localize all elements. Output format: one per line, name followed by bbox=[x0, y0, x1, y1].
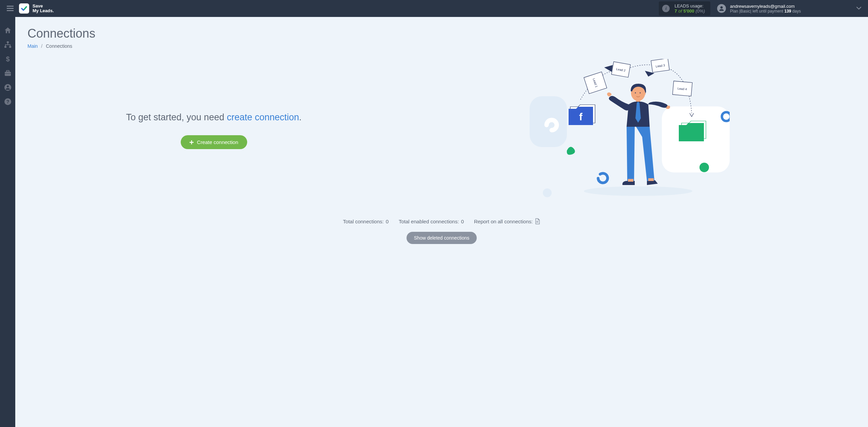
stats-row: Total connections: 0 Total enabled conne… bbox=[27, 218, 856, 224]
sidebar-item-account[interactable] bbox=[4, 83, 12, 92]
breadcrumb: Main / Connections bbox=[27, 43, 856, 49]
stat-report: Report on all connections: bbox=[474, 218, 540, 224]
svg-text:$: $ bbox=[6, 55, 9, 63]
svg-point-27 bbox=[635, 93, 636, 94]
breadcrumb-current: Connections bbox=[46, 43, 72, 49]
usage-percent: (0%) bbox=[696, 8, 705, 14]
sidebar-item-connections[interactable] bbox=[4, 41, 12, 49]
hamburger-icon bbox=[7, 6, 14, 11]
breadcrumb-main-link[interactable]: Main bbox=[27, 43, 38, 49]
logo-mark bbox=[19, 3, 29, 14]
main-content: Connections Main / Connections To get st… bbox=[15, 17, 868, 427]
briefcase-icon bbox=[4, 69, 12, 77]
header: Save My Leads. i LEADS usage: 7 of 5'000… bbox=[0, 0, 868, 17]
svg-point-28 bbox=[640, 93, 641, 94]
svg-point-24 bbox=[699, 163, 709, 172]
svg-rect-8 bbox=[5, 72, 11, 76]
info-icon: i bbox=[662, 5, 670, 12]
cta-column: To get started, you need create connecti… bbox=[27, 111, 400, 149]
chevron-down-icon bbox=[856, 7, 861, 10]
svg-rect-2 bbox=[7, 10, 14, 11]
cta-text: To get started, you need create connecti… bbox=[41, 111, 387, 124]
svg-rect-0 bbox=[7, 6, 14, 7]
svg-rect-5 bbox=[4, 46, 6, 48]
app-root: Save My Leads. i LEADS usage: 7 of 5'000… bbox=[0, 0, 868, 427]
usage-total: 5'000 bbox=[684, 8, 694, 14]
account-plan: Plan |Basic| left until payment 139 days bbox=[730, 9, 801, 14]
logo[interactable]: Save My Leads. bbox=[19, 3, 54, 14]
svg-rect-4 bbox=[7, 41, 9, 43]
sidebar-item-billing[interactable]: $ bbox=[4, 55, 12, 63]
svg-text:?: ? bbox=[6, 99, 9, 104]
document-icon[interactable] bbox=[535, 218, 540, 224]
svg-point-3 bbox=[720, 6, 723, 9]
svg-rect-31 bbox=[648, 178, 654, 181]
svg-point-18 bbox=[584, 186, 692, 196]
logo-text: Save My Leads. bbox=[33, 4, 54, 14]
breadcrumb-separator: / bbox=[41, 43, 42, 49]
usage-values: 7 of 5'000 (0%) bbox=[674, 8, 705, 14]
header-dropdown-button[interactable] bbox=[855, 4, 863, 13]
stat-total-connections: Total connections: 0 bbox=[343, 219, 389, 224]
usage-used: 7 bbox=[674, 8, 677, 14]
sidebar-item-help[interactable]: ? bbox=[4, 98, 12, 106]
avatar bbox=[717, 4, 726, 13]
checkmark-icon bbox=[20, 5, 28, 12]
sidebar: $ ? bbox=[0, 17, 15, 427]
leads-usage-box: i LEADS usage: 7 of 5'000 (0%) bbox=[659, 1, 710, 16]
user-icon bbox=[718, 5, 725, 12]
show-deleted-button[interactable]: Show deleted connections bbox=[407, 232, 477, 244]
svg-rect-9 bbox=[6, 70, 9, 72]
svg-point-26 bbox=[643, 92, 646, 95]
svg-point-17 bbox=[543, 188, 552, 197]
account-menu[interactable]: andrewsavemyleads@gmail.com Plan |Basic|… bbox=[717, 4, 801, 14]
actions-row: Show deleted connections bbox=[27, 232, 856, 244]
hamburger-menu-button[interactable] bbox=[5, 4, 15, 13]
create-connection-link[interactable]: create connection bbox=[227, 112, 299, 122]
create-connection-button[interactable]: Create connection bbox=[181, 135, 247, 149]
sidebar-item-home[interactable] bbox=[4, 26, 12, 35]
create-button-label: Create connection bbox=[197, 139, 238, 145]
svg-rect-1 bbox=[7, 8, 14, 9]
svg-point-12 bbox=[7, 85, 9, 87]
dollar-icon: $ bbox=[4, 55, 12, 63]
content-row: To get started, you need create connecti… bbox=[27, 59, 856, 201]
home-icon bbox=[4, 27, 12, 34]
sitemap-icon bbox=[4, 41, 12, 48]
stat-enabled-connections: Total enabled connections: 0 bbox=[399, 219, 464, 224]
svg-rect-6 bbox=[9, 46, 11, 48]
svg-rect-30 bbox=[628, 179, 633, 182]
account-email: andrewsavemyleads@gmail.com bbox=[730, 4, 801, 9]
sidebar-item-briefcase[interactable] bbox=[4, 69, 12, 77]
header-right: i LEADS usage: 7 of 5'000 (0%) bbox=[659, 1, 863, 16]
plus-icon bbox=[190, 140, 194, 144]
body: $ ? bbox=[0, 17, 868, 427]
fb-f: f bbox=[579, 111, 583, 122]
user-circle-icon bbox=[4, 84, 12, 91]
question-circle-icon: ? bbox=[4, 98, 12, 105]
usage-label: LEADS usage: bbox=[674, 3, 705, 8]
empty-state-illustration: Lead 1 Lead 2 Lead 3 Lead 4 bbox=[526, 59, 730, 201]
page-title: Connections bbox=[27, 26, 856, 41]
illustration-column: Lead 1 Lead 2 Lead 3 Lead 4 bbox=[400, 59, 856, 201]
usage-of: of bbox=[678, 8, 682, 14]
